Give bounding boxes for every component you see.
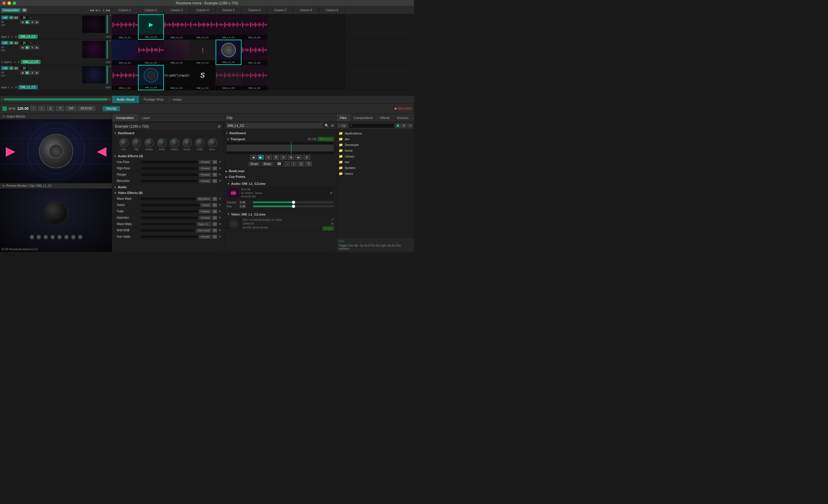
layer3-clip-9[interactable] — [319, 14, 345, 40]
bzzz-knob[interactable] — [208, 138, 217, 147]
column-header-1[interactable]: Column 1 — [112, 6, 138, 14]
trails-bar[interactable] — [141, 210, 198, 213]
tab-layer[interactable]: Layer — [138, 114, 154, 122]
beatloopr-header[interactable]: ▶ BeatLoopr — [225, 168, 335, 174]
layer3-clip-2[interactable]: ▶ DW_L3_C2 — [138, 14, 164, 40]
file-item-system[interactable]: 📁 System — [336, 165, 414, 171]
high-pass-x[interactable]: ✕ — [218, 167, 222, 170]
audio-effects-section-header[interactable]: ▼ Audio Effects (4) — [113, 153, 223, 159]
bpm-div2[interactable]: /2 — [47, 106, 54, 111]
layer2-skip-back[interactable]: ◀ — [20, 45, 25, 49]
wave-warp-1-b[interactable]: B — [212, 197, 217, 201]
header-prev[interactable]: ◀ — [95, 9, 97, 12]
clip-audio-header[interactable]: ▼ Audio: DW_L1_C2.wav — [226, 181, 334, 186]
close-button[interactable] — [2, 1, 6, 5]
master-slider[interactable] — [4, 98, 108, 101]
wave-warp-2-preset[interactable]: Sync. D... — [197, 222, 211, 226]
pan-slider[interactable] — [253, 205, 334, 207]
layer3-minus[interactable]: - — [29, 16, 30, 19]
volume-slider[interactable] — [253, 201, 334, 203]
wave-warp-2-b[interactable]: B — [212, 222, 217, 226]
files-up-button[interactable]: ↑ Up — [337, 124, 347, 128]
layer2-clip-5[interactable]: DW_L2_C5 — [216, 40, 242, 65]
layer3-fader[interactable] — [107, 15, 108, 33]
clip-transport-header[interactable]: ▼ Transport 04:748 BPM Sync — [226, 137, 334, 141]
layer3-clip-label[interactable]: DW_L3_C2 — [18, 35, 38, 39]
layer2-clip-4[interactable]: ⟩ DW_L2_C4 — [190, 40, 216, 65]
output-expand-icon[interactable]: ▼ — [2, 115, 5, 118]
shift-rgb-bar[interactable] — [141, 229, 195, 232]
layer1-clip-5[interactable]: DW_L1_C5 — [216, 65, 242, 90]
layer1-clip-9[interactable] — [319, 65, 345, 90]
layer1-play[interactable]: ▶ — [25, 71, 30, 75]
bitcrusher-b[interactable]: B — [212, 179, 217, 183]
hue-rotate-b[interactable]: B — [212, 235, 217, 239]
flanger-preset[interactable]: Presets — [199, 173, 211, 177]
maximize-button[interactable] — [13, 1, 16, 5]
waveform-display[interactable] — [226, 142, 334, 154]
column-header-8[interactable]: Column 8 — [293, 6, 319, 14]
column-header-4[interactable]: Column 4 — [190, 6, 216, 14]
layer1-clip-1[interactable]: DW_L1_C1 — [112, 65, 138, 90]
column-header-7[interactable]: Column 7 — [267, 6, 293, 14]
preview-expand-icon[interactable]: ▼ — [2, 184, 5, 187]
layer1-next[interactable]: ▶ — [35, 71, 39, 75]
clip-search-icon[interactable]: 🔍 — [325, 124, 329, 128]
twitch-preset[interactable]: Chaos — [200, 203, 211, 207]
shift-rgb-preset[interactable]: Just Good — [196, 228, 211, 232]
files-tab-compositions[interactable]: Compositions — [350, 114, 377, 122]
layer1-plus[interactable]: + — [30, 67, 32, 70]
clip-fw-btn[interactable]: ⏭ — [295, 155, 302, 160]
layer1-clip-label[interactable]: DW_L1_C2 — [18, 85, 38, 89]
video-remove-button[interactable]: ✕ — [331, 222, 334, 226]
pause-button[interactable]: PAUSE — [102, 106, 120, 111]
flanger-b[interactable]: B — [212, 173, 217, 177]
clip-loop-btn[interactable]: ⟳ — [280, 155, 287, 160]
clip-back-btn[interactable]: ◀ — [250, 155, 256, 160]
layer2-clip-1[interactable]: DW_L2_C1 — [112, 40, 138, 65]
bitcrusher-x[interactable]: ✕ — [218, 179, 222, 182]
layer2-stop[interactable]: ⏸ — [30, 45, 35, 49]
layer2-clip-6[interactable]: DW_L2_C6 — [242, 40, 267, 65]
trails-knob[interactable] — [195, 138, 204, 147]
layer2-clip-8[interactable] — [293, 40, 319, 65]
layer1-skip-back[interactable]: ◀ — [20, 71, 25, 75]
layer1-clip-6[interactable]: DW_L1_C6 — [242, 65, 267, 90]
layer2-fader[interactable] — [107, 40, 108, 59]
high-pass-bar[interactable] — [141, 167, 198, 170]
twitch-knob[interactable] — [170, 138, 179, 147]
comp-settings-button[interactable]: ⚙ — [217, 124, 221, 129]
bitcrusher-preset[interactable]: Presets — [199, 179, 211, 183]
trails-preset[interactable]: Presets — [199, 210, 211, 214]
wave-warp-1-bar[interactable] — [141, 197, 196, 200]
low-pass-x[interactable]: ✕ — [218, 161, 222, 164]
layer1-stop[interactable]: ⏸ — [30, 71, 35, 75]
distortion-x[interactable]: ✕ — [218, 216, 222, 219]
file-item-users[interactable]: 📁 Users — [336, 171, 414, 176]
video-effects-section-header[interactable]: ▼ Video Effects (9) — [113, 190, 223, 196]
layer2-clip-9[interactable] — [319, 40, 345, 65]
layer1-t-btn[interactable]: T — [109, 65, 111, 67]
layer3-next[interactable]: ▶ — [35, 20, 39, 24]
file-item-developer[interactable]: 📁 Developer — [336, 142, 414, 148]
files-tab-files[interactable]: Files — [336, 114, 350, 122]
trails-x[interactable]: ✕ — [218, 210, 222, 213]
clip-pause2-btn[interactable]: ⏸ — [303, 155, 310, 160]
twitch-bar[interactable] — [141, 204, 199, 207]
tab-composition[interactable]: Composition — [112, 114, 138, 122]
bpm-plus[interactable]: + — [38, 106, 45, 111]
column-header-6[interactable]: Column 6 — [242, 6, 267, 14]
distortion-preset[interactable]: Presets — [199, 216, 211, 220]
cue-points-header[interactable]: ▶ Cue Points — [225, 174, 335, 180]
clip-skip-btn[interactable]: ⇆ — [288, 155, 294, 160]
minimize-button[interactable] — [7, 1, 11, 5]
low-pass-bar[interactable] — [141, 161, 198, 164]
audio-section-header[interactable]: ▼ Audio — [113, 184, 223, 190]
hue-rotate-preset[interactable]: Presets — [199, 235, 211, 239]
strobe-knob[interactable] — [144, 138, 154, 147]
bpm-mul2[interactable]: *2 — [56, 106, 64, 111]
dashboard-section-header[interactable]: ▼ Dashboard — [113, 130, 223, 136]
layer3-clip-7[interactable] — [267, 14, 293, 40]
beats-minus[interactable]: - — [285, 162, 290, 166]
layer3-plus[interactable]: + — [30, 16, 32, 19]
